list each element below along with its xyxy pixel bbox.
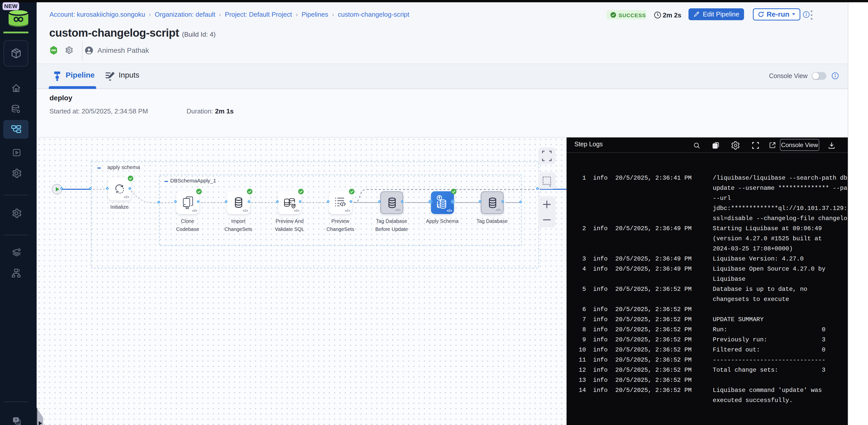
- svg-text:?: ?: [15, 418, 17, 422]
